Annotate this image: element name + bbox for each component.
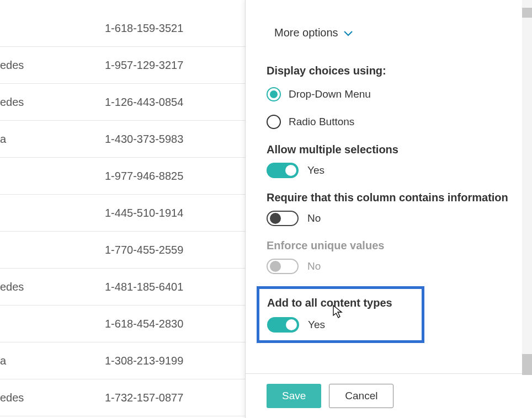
radio-dropdown-menu[interactable]: Drop-Down Menu <box>267 87 522 101</box>
add-content-types-label: Add to all content types <box>267 296 414 310</box>
table-row[interactable]: 1-445-510-1914 <box>0 195 245 232</box>
cancel-button[interactable]: Cancel <box>329 384 393 408</box>
pane-footer: Save Cancel <box>246 373 532 418</box>
cell-phone: 1-732-157-0877 <box>105 392 245 404</box>
require-info-toggle[interactable] <box>267 211 299 226</box>
cell-phone: 1-618-159-3521 <box>105 22 245 35</box>
cell-phone: 1-445-510-1914 <box>105 207 245 219</box>
cell-phone: 1-430-373-5983 <box>105 133 245 146</box>
more-options-toggle[interactable]: More options <box>267 21 360 45</box>
cell-name: a <box>0 355 105 367</box>
save-button[interactable]: Save <box>267 384 321 408</box>
require-info-label: Require that this column contains inform… <box>267 190 522 205</box>
cell-phone: 1-618-454-2830 <box>105 318 245 330</box>
cell-name: edes <box>0 392 105 404</box>
cell-phone: 1-481-185-6401 <box>105 281 245 293</box>
table-row[interactable]: 1-618-454-2830 <box>0 306 245 342</box>
display-choices-label: Display choices using: <box>267 65 522 77</box>
allow-multiple-label: Allow multiple selections <box>267 142 522 157</box>
data-table: 1-618-159-3521 edes 1-957-129-3217 edes … <box>0 0 245 418</box>
table-row[interactable]: edes 1-481-185-6401 <box>0 269 245 306</box>
cell-name: edes <box>0 96 105 109</box>
scrollbar[interactable] <box>522 0 532 375</box>
cell-phone: 1-770-455-2559 <box>105 244 245 256</box>
table-row[interactable]: 1-618-159-3521 <box>0 10 245 47</box>
cell-name: edes <box>0 281 105 293</box>
radio-radio-buttons[interactable]: Radio Buttons <box>267 115 522 129</box>
cell-phone: 1-308-213-9199 <box>105 355 245 367</box>
add-content-types-toggle[interactable] <box>267 317 299 333</box>
more-options-label: More options <box>274 26 338 39</box>
table-row[interactable]: edes 1-957-129-3217 <box>0 47 245 84</box>
table-row[interactable]: edes 1-126-443-0854 <box>0 84 245 121</box>
highlight-add-content-types: Add to all content types Yes <box>257 286 424 343</box>
column-settings-pane: More options Display choices using: Drop… <box>245 0 532 418</box>
chevron-down-icon <box>344 26 353 39</box>
cell-phone: 1-957-129-3217 <box>105 59 245 72</box>
table-row[interactable]: 1-977-946-8825 <box>0 158 245 195</box>
radio-label: Radio Buttons <box>289 116 354 128</box>
cell-name: a <box>0 133 105 146</box>
table-row[interactable]: a 1-308-213-9199 <box>0 342 245 379</box>
table-row[interactable]: a 1-430-373-5983 <box>0 121 245 158</box>
allow-multiple-state: Yes <box>307 164 324 176</box>
add-content-types-state: Yes <box>308 319 325 331</box>
enforce-unique-toggle <box>267 259 299 274</box>
radio-icon <box>267 115 281 129</box>
table-row[interactable]: edes 1-732-157-0877 <box>0 379 245 416</box>
enforce-unique-label: Enforce unique values <box>267 238 522 253</box>
require-info-state: No <box>307 212 321 224</box>
scrollbar-up-icon[interactable] <box>522 8 532 18</box>
cell-phone: 1-977-946-8825 <box>105 170 245 183</box>
cell-phone: 1-126-443-0854 <box>105 96 245 109</box>
radio-icon <box>267 87 281 101</box>
enforce-unique-state: No <box>307 260 321 272</box>
cell-name: edes <box>0 59 105 72</box>
allow-multiple-toggle[interactable] <box>267 163 299 178</box>
table-row[interactable]: 1-770-455-2559 <box>0 232 245 269</box>
scrollbar-thumb[interactable] <box>522 354 532 375</box>
radio-label: Drop-Down Menu <box>289 88 371 100</box>
